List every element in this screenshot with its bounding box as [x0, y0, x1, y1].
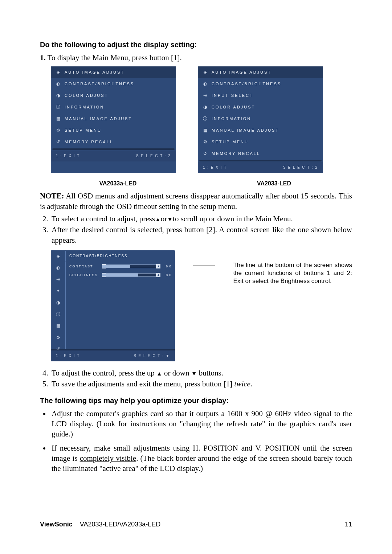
- osd-footer: 1 : E X I T S E L E C T : 2: [198, 162, 323, 173]
- osd-item: ↺MEMORY RECALL: [198, 148, 323, 159]
- footer-brand: ViewSonic: [40, 521, 73, 528]
- gear-icon: ⚙: [55, 335, 61, 340]
- osd-left: ◈AUTO IMAGE ADJUST ◐CONTRAST/BRIGHTNESS …: [51, 66, 176, 173]
- recall-icon: ↺: [55, 139, 61, 145]
- up-icon: ▲: [156, 273, 160, 277]
- info-icon: ⓘ: [202, 116, 208, 122]
- osd-label: CONTRAST/BRIGHTNESS: [65, 81, 134, 87]
- step-5: To save the adjustments and exit the men…: [50, 379, 352, 389]
- tip-2: If necessary, make small adjustments usi…: [50, 443, 352, 474]
- sparkle-icon: ✦: [55, 288, 61, 294]
- up-triangle-icon: ▲: [155, 216, 161, 222]
- osd-label: AUTO IMAGE ADJUST: [212, 70, 271, 75]
- osd-item: ◑COLOR ADJUST: [198, 101, 323, 113]
- cb-title: CONTRAST/BRIGHTNESS: [65, 251, 175, 262]
- cb-foot-right: S E L E C T : ▼: [134, 353, 170, 358]
- auto-image-icon: ◈: [202, 69, 208, 75]
- osd-label: SETUP MENU: [65, 128, 102, 133]
- recall-icon: ↺: [55, 346, 61, 352]
- osd-foot-left: 1 : E X I T: [203, 165, 227, 170]
- gear-icon: ⚙: [55, 127, 61, 133]
- input-icon: ⇥: [202, 93, 208, 98]
- osd-row: ◈AUTO IMAGE ADJUST ◐CONTRAST/BRIGHTNESS …: [51, 66, 352, 173]
- callout-text: The line at the bottom of the screen sho…: [233, 261, 352, 285]
- step-4b: or down: [162, 369, 191, 377]
- step-2c: to scroll up or down in the Main Menu.: [173, 214, 293, 223]
- cb-footer: 1 : E X I T S E L E C T : ▼: [51, 349, 175, 361]
- info-icon: ⓘ: [55, 104, 61, 110]
- osd-foot-right: S E L E C T : 2: [283, 165, 318, 170]
- color-icon: ◑: [55, 93, 61, 98]
- step-5b: twice: [234, 379, 250, 388]
- osd-label: INPUT SELECT: [212, 93, 253, 98]
- page-footer: ViewSonic VA2033-LED/VA2033a-LED 11: [40, 520, 352, 529]
- step-4c: buttons.: [197, 369, 223, 377]
- gear-icon: ⚙: [202, 139, 208, 145]
- tip-1: Adjust the computer's graphics card so t…: [50, 409, 352, 439]
- osd-item: ▦MANUAL IMAGE ADJUST: [51, 113, 176, 124]
- contrast-panel: ◈ CONTRAST/BRIGHTNESS ◐ ⇥ ✦ ◑ ⓘ ▦ ⚙ ↺ CO…: [51, 250, 175, 361]
- contrast-row: CONTRAST ▼▲ 6 0: [66, 262, 175, 271]
- document-page: Do the following to adjust the display s…: [0, 0, 392, 554]
- down-triangle-icon: ▼: [167, 216, 173, 222]
- osd-item: ⇥INPUT SELECT: [198, 90, 323, 101]
- osd-label: COLOR ADJUST: [212, 104, 255, 110]
- info-icon: ⓘ: [55, 311, 61, 317]
- down-triangle-icon: ▼: [191, 370, 197, 377]
- osd-item: ◐CONTRAST/BRIGHTNESS: [198, 78, 323, 90]
- osd-label: COLOR ADJUST: [65, 93, 108, 98]
- up-triangle-icon: ▲: [156, 370, 162, 377]
- step-1-num: 1.: [40, 53, 46, 62]
- brightness-row: BRIGHTNESS ▼▲ 8 0: [66, 271, 175, 279]
- tip-2-underline: completely visible: [80, 454, 136, 463]
- osd-item: ⚙SETUP MENU: [198, 136, 323, 148]
- osd-label: AUTO IMAGE ADJUST: [65, 70, 124, 75]
- auto-image-icon: ◈: [55, 69, 61, 75]
- step-3: After the desired control is selected, p…: [50, 225, 352, 245]
- manual-icon: ▦: [55, 116, 61, 122]
- note-paragraph: NOTE: All OSD menus and adjustment scree…: [40, 191, 352, 212]
- footer-model: VA2033-LED/VA2033a-LED: [80, 521, 160, 528]
- brightness-label: BRIGHTNESS: [69, 273, 99, 277]
- color-icon: ◑: [202, 104, 208, 110]
- brightness-value: 8 0: [163, 273, 171, 277]
- callout-line: [193, 266, 215, 266]
- steps-4-5: To adjust the control, press the up ▲ or…: [40, 368, 352, 389]
- osd-item: ◈AUTO IMAGE ADJUST: [198, 66, 323, 78]
- step-4a: To adjust the control, press the up: [52, 369, 156, 377]
- step-4: To adjust the control, press the up ▲ or…: [50, 368, 352, 378]
- osd-separator: [52, 148, 175, 150]
- heading-adjust: Do the following to adjust the display s…: [40, 40, 352, 50]
- brightness-slider: ▼▲: [102, 273, 160, 277]
- tips-list: Adjust the computer's graphics card so t…: [40, 409, 352, 474]
- note-label: NOTE:: [40, 192, 64, 200]
- note-text: All OSD menus and adjustment screens dis…: [40, 192, 352, 210]
- osd-item: ↺MEMORY RECALL: [51, 136, 176, 148]
- osd-item: ◐CONTRAST/BRIGHTNESS: [51, 78, 176, 90]
- step-1-text: To display the Main Menu, press button […: [48, 53, 182, 62]
- cb-body: CONTRAST ▼▲ 6 0 BRIGHTNESS ▼▲ 8 0: [65, 262, 175, 349]
- osd-label: MEMORY RECALL: [65, 139, 113, 145]
- up-icon: ▲: [156, 264, 160, 268]
- osd-label: INFORMATION: [65, 104, 104, 110]
- cb-sidebar: ◐ ⇥ ✦ ◑ ⓘ ▦ ⚙ ↺: [51, 262, 65, 355]
- heading-tips: The following tips may help you optimize…: [40, 396, 352, 406]
- cb-header: ◈ CONTRAST/BRIGHTNESS: [51, 250, 175, 262]
- osd-item: ⓘINFORMATION: [51, 101, 176, 113]
- contrast-label: CONTRAST: [69, 264, 99, 268]
- osd-label: CONTRAST/BRIGHTNESS: [212, 81, 281, 87]
- manual-icon: ▦: [202, 127, 208, 133]
- model-right: VA2033-LED: [196, 180, 352, 188]
- osd-separator: [199, 160, 322, 161]
- contrast-value: 6 0: [163, 264, 171, 268]
- osd-label: MEMORY RECALL: [212, 151, 260, 156]
- model-left: VA2033a-LED: [40, 180, 196, 188]
- osd-footer: 1 : E X I T S E L E C T : 2: [51, 151, 176, 161]
- osd-item: ▦MANUAL IMAGE ADJUST: [198, 124, 323, 136]
- step-2: To select a control to adjust, press▲or▼…: [50, 214, 352, 224]
- osd-right: ◈AUTO IMAGE ADJUST ◐CONTRAST/BRIGHTNESS …: [198, 66, 323, 173]
- input-icon: ⇥: [55, 276, 61, 282]
- step-1: 1. To display the Main Menu, press butto…: [40, 53, 352, 63]
- model-labels: VA2033a-LED VA2033-LED: [40, 180, 352, 188]
- manual-icon: ▦: [55, 323, 61, 329]
